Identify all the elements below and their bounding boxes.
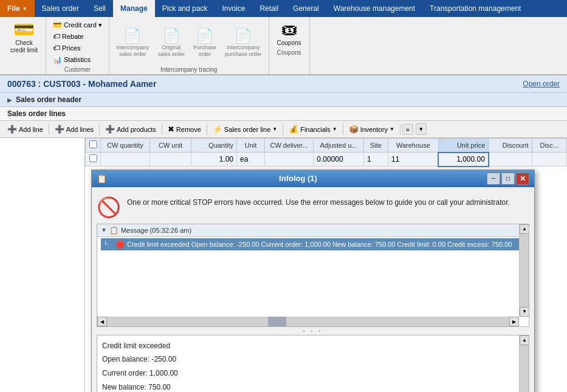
- rebate-button[interactable]: 🏷 Rebate: [50, 31, 105, 42]
- col-site: Site: [363, 139, 388, 153]
- col-warehouse: Warehouse: [388, 139, 439, 153]
- row-unit: ea: [237, 153, 265, 167]
- bottom-vscroll-track[interactable]: [520, 345, 529, 393]
- row-cw-unit: [149, 153, 191, 167]
- statistics-button[interactable]: 📊 Statistics: [50, 54, 105, 65]
- rebate-label: Rebate: [62, 33, 83, 40]
- dialog-title: Infolog (1): [109, 174, 487, 183]
- col-disc: Disc...: [532, 139, 566, 153]
- col-unit-price: Unit price: [438, 139, 489, 153]
- hscroll-right-btn[interactable]: ▶: [509, 317, 519, 326]
- add-line-label: Add line: [19, 126, 43, 133]
- menu-item-sell[interactable]: Sell: [86, 0, 113, 17]
- vscroll-up-btn[interactable]: ▲: [520, 224, 529, 234]
- menu-item-pick-pack[interactable]: Pick and pack: [155, 0, 215, 17]
- row-checkbox[interactable]: [86, 153, 101, 167]
- add-line-icon: ➕: [7, 125, 17, 134]
- select-all-checkbox[interactable]: [89, 140, 97, 148]
- coupons-button[interactable]: 🎟 Coupons: [273, 19, 306, 48]
- prices-icon: 🏷: [53, 44, 60, 52]
- bottom-line-3: New balance: 750.00: [102, 380, 524, 392]
- message-header-row: ▼ 📋 Message (05:32:26 am): [97, 224, 529, 237]
- intercompany-sales-button[interactable]: 📄 Intercompanysales order: [113, 26, 153, 60]
- toolbar-more-button[interactable]: »: [402, 124, 413, 135]
- add-line-button[interactable]: ➕ Add line: [4, 123, 47, 136]
- prices-button[interactable]: 🏷 Prices: [50, 43, 105, 53]
- add-products-button[interactable]: ➕ Add products: [101, 123, 160, 136]
- toolbar-sep4: [207, 124, 207, 135]
- sales-order-line-arrow: ▼: [272, 126, 277, 132]
- add-products-label: Add products: [117, 126, 156, 133]
- bottom-vscroll-up[interactable]: ▲: [520, 335, 529, 345]
- inventory-arrow: ▼: [390, 126, 394, 132]
- section-header[interactable]: ▶ Sales order header: [0, 93, 567, 107]
- bottom-line-1: Open balance: -250.00: [102, 352, 524, 366]
- add-lines-button[interactable]: ➕ Add lines: [51, 123, 97, 136]
- infolog-dialog: 📋 Infolog (1) ─ □ ✕ 🚫 One or m: [91, 170, 535, 393]
- bottom-vscrollbar: ▲ ▼: [519, 335, 529, 393]
- file-label: File: [7, 4, 20, 13]
- hscroll-left-btn[interactable]: ◀: [97, 317, 107, 326]
- purchase-order-label: Purchaseorder: [193, 44, 216, 58]
- inventory-button[interactable]: 📦 Inventory ▼: [345, 123, 398, 136]
- row-cw-deliver: [264, 153, 313, 167]
- ribbon-group-customer: 💳 Credit card ▾ 🏷 Rebate 🏷 Prices 📊 Stat…: [46, 17, 109, 74]
- dialog-body: 🚫 One or more critical STOP errors have …: [92, 187, 534, 393]
- dialog-restore-button[interactable]: □: [501, 173, 515, 185]
- sales-order-line-button[interactable]: ⚡ Sales order line ▼: [209, 123, 281, 136]
- remove-button[interactable]: ✖ Remove: [164, 123, 205, 136]
- check-credit-label: Checkcredit limit: [10, 40, 38, 54]
- message-expand-icon: ▼: [101, 227, 107, 233]
- menu-item-invoice[interactable]: Invoice: [215, 0, 252, 17]
- add-lines-icon: ➕: [55, 125, 64, 134]
- row-unit-price: 1,000.00: [438, 153, 489, 167]
- bottom-line-0: Credit limit exceeded: [102, 339, 524, 353]
- section-lines-header: Sales order lines: [0, 107, 567, 121]
- intercompany-buttons: 📄 Intercompanysales order 📄 Originalsale…: [113, 19, 265, 65]
- toolbar-collapse-button[interactable]: ▾: [416, 123, 427, 135]
- message-row-credit[interactable]: └ 🛑 Credit limit exceeded Open balance: …: [101, 238, 525, 250]
- ribbon-group-check-credit: 💳 Checkcredit limit: [2, 17, 46, 74]
- check-credit-button[interactable]: 💳 Checkcredit limit: [6, 19, 42, 56]
- row-cw-quantity: [101, 153, 149, 167]
- bottom-text: Credit limit exceeded Open balance: -250…: [102, 339, 524, 393]
- financials-label: Financials: [300, 126, 331, 133]
- col-cw-unit: CW unit: [149, 139, 191, 153]
- sales-order-line-icon: ⚡: [213, 125, 222, 134]
- message-row-text: Credit limit exceeded Open balance: -250…: [127, 241, 512, 248]
- menu-item-sales-order[interactable]: Sales order: [35, 0, 86, 17]
- menu-item-transport[interactable]: Transportation management: [422, 0, 528, 17]
- intercompany-group-label: Intercompany tracing: [113, 66, 265, 73]
- dialog-close-button[interactable]: ✕: [516, 173, 529, 185]
- menu-item-warehouse[interactable]: Warehouse management: [326, 0, 422, 17]
- vscroll-track-msg[interactable]: [520, 234, 529, 307]
- dialog-titlebar: 📋 Infolog (1) ─ □ ✕: [92, 170, 534, 187]
- col-discount: Discount: [489, 139, 532, 153]
- dialog-overlay: 📋 Infolog (1) ─ □ ✕ 🚫 One or m: [91, 170, 567, 393]
- col-unit: Unit: [237, 139, 265, 153]
- sales-order-lines-section: Sales order lines ➕ Add line ➕ Add lines…: [0, 107, 567, 392]
- menu-item-manage[interactable]: Manage: [113, 0, 155, 17]
- col-checkbox[interactable]: [86, 139, 101, 153]
- customer-sub-buttons: 💳 Credit card ▾ 🏷 Rebate 🏷 Prices 📊 Stat…: [50, 19, 105, 65]
- message-row-indent: └: [103, 241, 113, 247]
- file-button[interactable]: File ▼: [0, 0, 35, 17]
- dialog-bottom-area: Credit limit exceeded Open balance: -250…: [97, 335, 529, 393]
- credit-card-button[interactable]: 💳 Credit card ▾: [50, 19, 105, 30]
- table-row[interactable]: 1.00 ea 0.00000 1 11 1,000.00: [86, 153, 567, 167]
- statistics-label: Statistics: [64, 56, 91, 63]
- intercompany-purchase-button[interactable]: 📄 Intercompanypurchase order: [222, 26, 265, 60]
- col-cw-quantity: CW quantity: [101, 139, 149, 153]
- message-row-icon: 🛑: [115, 240, 125, 249]
- menu-item-general[interactable]: General: [286, 0, 326, 17]
- bottom-line-2: Current order: 1,000.00: [102, 366, 524, 380]
- financials-button[interactable]: 💰 Financials ▼: [285, 123, 340, 136]
- vscroll-down-btn[interactable]: ▼: [520, 307, 529, 317]
- original-sales-button[interactable]: 📄 Originalsales order: [154, 26, 188, 60]
- intercompany-sales-icon: 📄: [123, 27, 142, 44]
- open-order-button[interactable]: Open order: [523, 80, 560, 88]
- menu-item-retail[interactable]: Retail: [252, 0, 286, 17]
- hscroll-track-msg[interactable]: [107, 317, 509, 326]
- purchase-order-button[interactable]: 📄 Purchaseorder: [190, 26, 219, 60]
- dialog-minimize-button[interactable]: ─: [487, 173, 500, 185]
